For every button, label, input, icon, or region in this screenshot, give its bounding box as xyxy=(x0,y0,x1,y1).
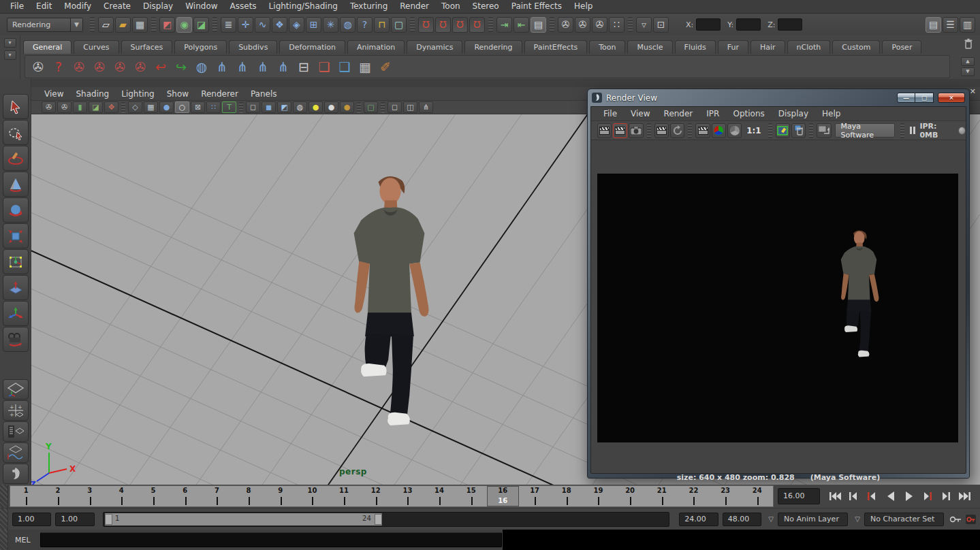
menu-item[interactable]: Display xyxy=(137,0,179,13)
panel-menu-item[interactable]: View xyxy=(38,89,69,99)
play-backwards-button[interactable] xyxy=(882,487,899,505)
save-scene-icon[interactable]: ▦ xyxy=(132,17,148,33)
frame-tick[interactable]: 18 xyxy=(550,486,582,506)
frame-tick[interactable]: 24 xyxy=(741,486,773,506)
playback-end-field[interactable]: 24.00 xyxy=(679,513,718,526)
shelf-tab-menu-icon[interactable]: ▾ xyxy=(4,38,16,48)
frame-tick[interactable]: 14 xyxy=(424,486,456,506)
lasso-select-tool[interactable] xyxy=(3,120,29,145)
hypergraph-upstream-icon[interactable]: ⋔ xyxy=(212,56,232,77)
new-scene-icon[interactable]: ▱ xyxy=(98,17,114,33)
step-forward-frame-button[interactable] xyxy=(937,487,954,505)
alpha-channel-icon[interactable] xyxy=(727,123,742,138)
panel-menu-item[interactable]: Panels xyxy=(244,89,283,99)
range-track[interactable]: 1 24 xyxy=(103,512,669,527)
ambient-light-icon[interactable]: ● xyxy=(340,101,354,113)
lock-selection-icon[interactable]: ⊓ xyxy=(374,17,390,33)
current-time-field[interactable]: 16.00 xyxy=(778,488,820,504)
last-tool-camera[interactable] xyxy=(3,327,29,352)
render-view-window[interactable]: Render View — ▢ ✕ FileViewRenderIPROptio… xyxy=(587,88,970,479)
current-frame-marker[interactable]: 16 16 xyxy=(487,486,519,506)
film-gate-icon[interactable]: ▦ xyxy=(144,101,158,113)
real-size-icon[interactable]: 1:1 xyxy=(746,126,761,135)
texture-placement-icon[interactable]: T xyxy=(222,101,236,113)
ipr-render-icon[interactable] xyxy=(654,123,669,138)
shelf-scroll-up-icon[interactable]: ▲ xyxy=(961,57,975,66)
attribute-editor-toggle-icon[interactable]: ▤ xyxy=(926,17,941,33)
hypergraph-window-icon[interactable]: ⊟ xyxy=(294,56,314,77)
panel-menu-item[interactable]: Show xyxy=(161,89,195,99)
shaded-icon[interactable]: ● xyxy=(159,101,174,113)
transparent-cube-icon[interactable]: ◩ xyxy=(277,101,291,113)
render-view-menu-item[interactable]: View xyxy=(624,109,657,118)
scale-tool[interactable] xyxy=(3,223,29,248)
go-to-end-button[interactable] xyxy=(955,487,973,505)
select-object-icon[interactable]: ◉ xyxy=(176,17,192,33)
shelf-tab[interactable]: Subdivs xyxy=(229,40,277,54)
render-current-frame-icon[interactable] xyxy=(597,123,612,138)
menu-item[interactable]: Window xyxy=(179,0,223,13)
shelf-tab[interactable]: Polygons xyxy=(174,40,227,54)
frame-tick[interactable]: 9 xyxy=(264,486,296,506)
frame-tick[interactable]: 13 xyxy=(392,486,424,506)
maximize-button[interactable]: ▢ xyxy=(915,93,934,103)
render-settings-icon[interactable]: ∷ xyxy=(609,17,625,33)
multi-pane-icon[interactable]: ◫ xyxy=(403,101,417,113)
range-slider-grip[interactable] xyxy=(0,508,8,530)
maya-logo-button[interactable] xyxy=(3,464,29,484)
frame-tick[interactable]: 22 xyxy=(678,486,710,506)
snapshot-icon[interactable] xyxy=(629,123,643,138)
frame-tick[interactable]: 10 xyxy=(296,486,328,506)
shelf-tab[interactable]: Toon xyxy=(589,40,625,54)
play-forwards-button[interactable] xyxy=(900,487,917,505)
shelf-tab[interactable]: Curves xyxy=(74,40,118,54)
frame-tick[interactable]: 20 xyxy=(614,486,646,506)
shelf-tab[interactable]: Fur xyxy=(718,40,748,54)
select-hierarchy-icon[interactable]: ◩ xyxy=(159,17,175,33)
frame-tick[interactable]: 8 xyxy=(233,486,265,506)
render-current-frame-icon[interactable]: ✇ xyxy=(575,17,590,33)
construction-history-icon[interactable]: ▤ xyxy=(531,17,546,33)
menu-item[interactable]: Create xyxy=(97,0,137,13)
roll-camera-icon[interactable]: ✇ xyxy=(130,56,151,77)
menu-item[interactable]: Help xyxy=(568,0,599,13)
quick-help-icon[interactable]: ? xyxy=(357,17,373,33)
frame-tick[interactable]: 5 xyxy=(138,486,170,506)
frame-tick[interactable]: 15 xyxy=(455,486,487,506)
range-start-handle[interactable] xyxy=(105,514,112,525)
hypergraph-up-downstream-icon[interactable]: ⋔ xyxy=(232,56,253,77)
mel-command-input[interactable] xyxy=(40,532,502,547)
playback-start-field[interactable]: 1.00 xyxy=(55,513,95,526)
input-connections-icon[interactable]: ⇥ xyxy=(496,17,512,33)
render-view-menu-item[interactable]: Display xyxy=(772,109,815,118)
frame-tick[interactable]: 1 xyxy=(10,486,42,506)
tumble-camera-icon[interactable]: ✇ xyxy=(69,56,89,77)
menu-item[interactable]: Render xyxy=(394,0,435,13)
image-plane-icon[interactable]: ◪ xyxy=(89,101,103,113)
shelf-tab[interactable]: Hair xyxy=(750,40,785,54)
auto-keyframe-icon[interactable] xyxy=(966,515,976,524)
menu-item[interactable]: Modify xyxy=(58,0,97,13)
render-view-menu-item[interactable]: Options xyxy=(726,109,771,118)
shelf-tab[interactable]: Dynamics xyxy=(407,40,462,54)
select-component-icon[interactable]: ◪ xyxy=(193,17,209,33)
snap-magnet-view-icon[interactable]: Ω xyxy=(469,17,485,33)
step-forward-key-button[interactable] xyxy=(919,487,936,505)
keep-image-icon[interactable] xyxy=(817,123,831,138)
shelf-tab[interactable]: Deformation xyxy=(279,40,345,54)
shelf-tab[interactable]: Animation xyxy=(347,40,405,54)
mask-dropdown-arrow-icon[interactable]: ▿ xyxy=(636,17,652,33)
render-view-titlebar[interactable]: Render View — ▢ ✕ xyxy=(590,89,966,106)
convert-selection-icon[interactable]: ❏ xyxy=(314,56,334,77)
frame-tick[interactable]: 12 xyxy=(360,486,392,506)
shelf-scroll-down-icon[interactable]: ▼ xyxy=(961,67,975,76)
tool-settings-toggle-icon[interactable]: ☰ xyxy=(943,17,958,33)
x-coordinate-field[interactable] xyxy=(696,18,721,31)
shelf-tab[interactable]: Custom xyxy=(832,40,880,54)
ipr-render-icon[interactable]: ✇ xyxy=(592,17,607,33)
rgb-channels-icon[interactable] xyxy=(712,123,726,138)
shelf-tab[interactable]: PaintEffects xyxy=(524,40,588,54)
render-flipbook-icon[interactable]: ✇ xyxy=(28,56,48,77)
output-connections-icon[interactable]: ⇤ xyxy=(513,17,529,33)
channel-box-toggle-icon[interactable]: ▥ xyxy=(960,17,975,33)
